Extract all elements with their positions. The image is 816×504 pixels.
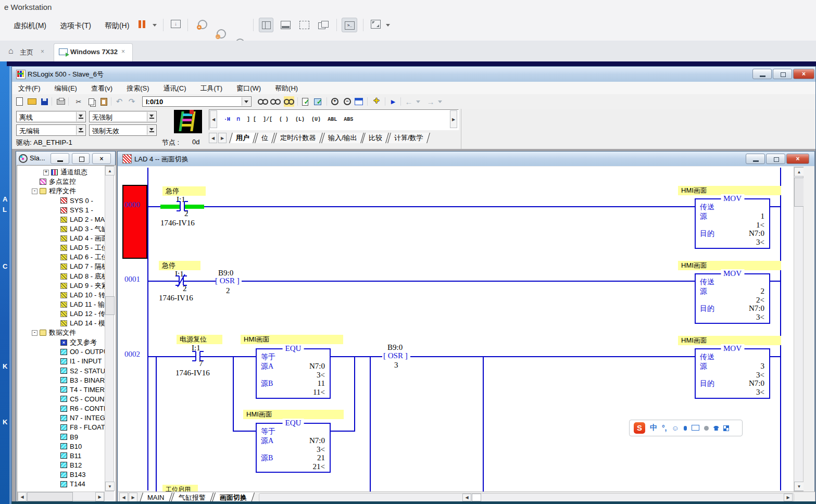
palette-tab[interactable]: 位	[255, 133, 275, 143]
rung0-selection-block[interactable]	[122, 185, 147, 259]
cut-icon[interactable]: ✂	[73, 96, 84, 107]
ime-microphone-icon[interactable]	[684, 424, 687, 432]
instruction-symbol[interactable]: ⊓	[237, 116, 240, 122]
rung1-number[interactable]: 0001	[124, 275, 140, 284]
tree-item[interactable]: LAD 9 - 夹紧	[18, 281, 105, 291]
rslogix-menu-item[interactable]: 工具(T)	[200, 84, 223, 93]
palette-tab[interactable]: 计算/数学	[387, 133, 430, 143]
nav-back-icon[interactable]: ←	[404, 96, 414, 107]
palette-tab[interactable]: 比较	[362, 133, 389, 143]
mode-combobox[interactable]: 离线	[16, 111, 86, 122]
fit-dropdown-caret[interactable]	[386, 24, 390, 27]
equ0-header-label[interactable]: HMI画面	[241, 335, 343, 344]
nav-back-caret[interactable]	[416, 100, 420, 103]
print-icon[interactable]	[56, 96, 66, 107]
verify-file-icon[interactable]: ✓	[300, 96, 311, 107]
unity-icon[interactable]	[318, 21, 328, 29]
palette-tab[interactable]: 用户	[229, 133, 256, 143]
instruction-symbol[interactable]: ]/[	[263, 117, 272, 122]
tree-item[interactable]: N147	[18, 489, 105, 490]
tree-item[interactable]: LAD 7 - 隔板	[18, 262, 105, 271]
tab-vm[interactable]: Windows 7X32 ×	[54, 43, 133, 62]
zoom-in-icon[interactable]: +	[330, 96, 340, 107]
tab-vm-close-icon[interactable]: ×	[121, 48, 125, 55]
tree-item[interactable]: LAD 10 - 转	[18, 291, 105, 300]
save-icon[interactable]	[39, 96, 49, 107]
rslogix-menu-item[interactable]: 窗口(W)	[236, 84, 261, 93]
tree-vscroll-thumb[interactable]	[105, 296, 115, 315]
lad-scroll-left[interactable]: ◀	[462, 494, 471, 501]
tree-minimize-button[interactable]	[51, 153, 69, 164]
ctrl-alt-del-icon[interactable]: ↓	[171, 20, 181, 28]
verify-project-icon[interactable]: ✓	[313, 96, 323, 107]
tree-item[interactable]: 多点监控	[18, 177, 105, 186]
mov2-block[interactable]: MOV 传送 源 3 3< 目的 N7:0 3<	[695, 348, 770, 399]
tree-scroll-right[interactable]: ▶	[95, 492, 104, 501]
pause-button[interactable]	[139, 20, 145, 28]
rslogix-menu-item[interactable]: 编辑(E)	[55, 84, 77, 93]
tree-scroll-down[interactable]: ▼	[105, 482, 115, 491]
properties-grid-icon[interactable]	[354, 96, 364, 107]
rslogix-menu-item[interactable]: 通讯(C)	[163, 84, 186, 93]
tree-expand-toggle[interactable]: -	[32, 188, 37, 194]
vmware-menu-item[interactable]: 选项卡(T)	[59, 19, 92, 33]
palette-tabs-scroll-left[interactable]: ◀	[209, 133, 217, 143]
rslogix-titlebar[interactable]: RSLogix 500 - Slave_6号 ×	[12, 67, 815, 82]
tree-item[interactable]: LAD 14 - 模	[18, 319, 105, 328]
tree-item[interactable]: F8 - FLOAT	[18, 423, 105, 432]
rung2-osr[interactable]: OSR	[383, 351, 408, 360]
palette-tabs-scroll-right[interactable]: ▶	[218, 133, 227, 143]
lad-vscrollbar[interactable]: ▲ ▼	[794, 167, 804, 492]
lad-scroll-down[interactable]: ▼	[794, 482, 804, 491]
ime-emoji-icon[interactable]: ☺	[672, 424, 679, 432]
rslogix-restore-button[interactable]	[773, 69, 792, 79]
equ0-block[interactable]: EQU 等于 源A N7:0 3< 源B 11 11<	[256, 348, 331, 399]
lad-close-button[interactable]: ×	[786, 154, 809, 164]
tree-expand-toggle[interactable]: -	[32, 330, 37, 336]
tree-scroll-up[interactable]: ▲	[105, 166, 115, 175]
console-icon[interactable]: >_	[342, 18, 357, 32]
tree-hscrollbar[interactable]: ◀ ▶	[17, 492, 105, 501]
address-combobox[interactable]: I:0/10	[142, 96, 252, 107]
rslogix-menu-item[interactable]: 查看(v)	[91, 84, 112, 93]
tree-restore-button[interactable]	[72, 153, 90, 164]
tree-item[interactable]: 交叉参考	[18, 338, 105, 347]
palette-scroll-right[interactable]: ▶	[450, 110, 457, 128]
snapshot-revert-icon[interactable]: ←	[217, 29, 226, 39]
instruction-symbol[interactable]: ] [	[247, 117, 256, 122]
show-thumbnail-bar-icon[interactable]	[281, 21, 291, 29]
mov0-block[interactable]: MOV 传送 源 1 1< 目的 N7:0 3<	[695, 198, 770, 249]
edits-combobox[interactable]: 无编辑	[16, 124, 86, 136]
tree-item[interactable]: N7 - INTEGE	[18, 413, 105, 423]
rung2-number[interactable]: 0002	[124, 350, 140, 359]
rslogix-menu-item[interactable]: 帮助(H)	[275, 84, 298, 93]
tree-item[interactable]: B10	[18, 442, 105, 451]
rslogix-menu-item[interactable]: 搜索(S)	[127, 84, 149, 93]
zoom-out-icon[interactable]: −	[342, 96, 353, 107]
lad-restore-button[interactable]	[766, 154, 785, 164]
force-state-combobox[interactable]: 强制无效	[89, 124, 157, 136]
find-next-icon[interactable]	[270, 96, 281, 107]
show-library-icon[interactable]	[259, 18, 273, 32]
ladder-canvas[interactable]: 0000 急停 I:1 2 1746-IV16 HMI画面 MOV 传送 源 1…	[118, 167, 804, 492]
sogou-logo-icon[interactable]: S	[634, 422, 645, 434]
undo-icon[interactable]: ↶	[114, 96, 124, 107]
fit-guest-icon[interactable]	[371, 20, 381, 29]
tree-item[interactable]: SYS 0 -	[18, 196, 105, 205]
tree-expand-toggle[interactable]: +	[43, 170, 49, 175]
palette-tab[interactable]: 定时/计数器	[273, 133, 322, 143]
instruction-symbol[interactable]: (U)	[311, 117, 321, 122]
tree-item[interactable]: LAD 4 - 画面	[18, 234, 105, 243]
tree-item[interactable]: O0 - OUTPUT	[18, 347, 105, 357]
copy-icon[interactable]	[86, 96, 96, 107]
vmware-menu-item[interactable]: 帮助(H)	[104, 19, 130, 33]
tree-hscroll-thumb[interactable]	[27, 492, 73, 501]
tree-vscrollbar[interactable]: ▲ ▼	[105, 166, 114, 492]
find-replace-icon[interactable]	[284, 96, 294, 107]
ime-language-mode[interactable]: 中	[650, 423, 657, 433]
tree-item[interactable]: LAD 2 - MAIN	[18, 215, 105, 224]
find-icon[interactable]	[258, 96, 268, 107]
lad-hscroll-thumb[interactable]	[472, 494, 481, 501]
new-rung-icon[interactable]: +	[371, 95, 382, 106]
tab-home-close-icon[interactable]: ×	[41, 48, 44, 55]
